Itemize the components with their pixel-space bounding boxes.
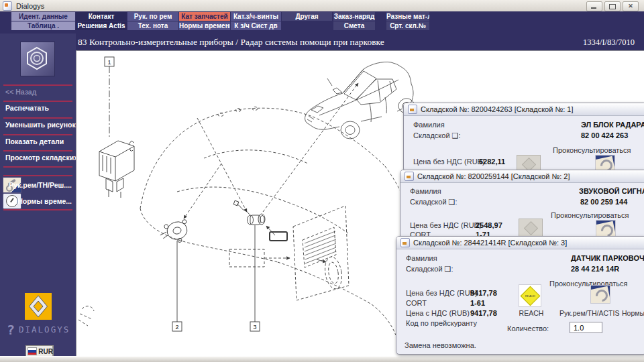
ecu-module-part[interactable] [99,141,134,198]
dialog-icon [400,238,410,247]
tab-parts-catalog[interactable]: Кат запчастей [179,12,230,21]
svg-text:3: 3 [253,324,256,330]
stock-number: 82 00 259 144 [580,198,627,206]
tab-avg-stock-no[interactable]: Срт. скл.№ [386,21,429,30]
nut-icon[interactable] [20,42,55,76]
sidebar-item-shrink-image[interactable]: Уменьшить рисунок [5,121,76,129]
time-standards-caption: Нормы времени [622,309,644,317]
cort-value: 1-61 [470,299,485,307]
dialogys-window: { "window": { "title": "Dialogys" }, "co… [0,0,644,362]
divider [3,134,72,135]
quantity-label: Количество: [507,324,549,333]
dialog-2-titlebar[interactable]: Складской №: 8200259144 [Складской №: 2] [400,170,644,183]
sidebar-times-label: Нормы време... [17,197,72,205]
question-mark-icon: ? [7,322,15,338]
sidebar-item-show-details[interactable]: Показать детали [5,137,64,145]
buzzer-part[interactable]: 2 [158,219,192,331]
reach-glyph-text: RE ACH [525,294,535,297]
tab-engine-parts[interactable]: К з/ч Сист дв [231,21,281,30]
page-title: 83 Контрольно-измерительные приборы / Ра… [78,37,384,48]
sidebar-item-back[interactable]: << Назад [5,88,36,96]
close-button[interactable]: ✕ [623,1,639,11]
price-value: 9417,78 [470,289,497,297]
tab-actis[interactable]: Решения Actis [76,21,127,30]
tab-ident-data[interactable]: Идент. данные [11,12,75,21]
name-label: Фамилия [413,121,445,129]
sidebar-item-time-standards[interactable]: Нормы време... [2,193,74,208]
callout-1[interactable]: 1 [105,57,114,138]
dialogys-wordmark: DIALOGYS [19,324,70,335]
tab-misc-materials[interactable]: Разные мат-лы [386,12,429,21]
part-name: ЗВУКОВОЙ СИГНАЛ ПА [579,187,644,195]
reach-icon[interactable]: RE ACH [519,285,541,306]
renault-logo [25,293,52,320]
parking-sensor-part[interactable]: 3 [233,200,265,331]
price-value: 6282,11 [479,158,505,166]
flag-ru-icon [28,347,37,355]
dialog-1-titlebar[interactable]: Складской №: 8200424263 [Складской №: 1] [404,103,644,116]
divider [3,84,72,86]
tab-parts-screws[interactable]: Кат.з/ч-винты [231,12,281,21]
price-value: 2548,97 [476,221,502,229]
tab-other[interactable]: Другая [282,12,332,21]
svg-text:2: 2 [175,324,178,330]
manual-caption: Рук.рем/TH/ACTIS [559,309,619,317]
stock-label: Складской ❑: [406,265,453,274]
part-dialog-2: Складской №: 8200259144 [Складской №: 2]… [400,170,644,239]
consult-label: Проконсультироваться [551,211,629,219]
app-icon [3,1,12,11]
dialog-3-title: Складской №: 284421414R [Складской №: 3] [413,239,567,247]
minimize-button[interactable] [586,1,602,11]
svg-text:1: 1 [107,59,111,66]
tab-contact[interactable]: Контакт [76,12,127,21]
stock-label: Складской ❑: [413,131,461,140]
tab-table[interactable]: Таблица . [11,21,75,30]
dialog-icon [408,105,417,114]
consult-label: Проконсультироваться [549,280,628,288]
tab-tech-note[interactable]: Тех. нота [127,21,178,30]
window-title: Dialogys [16,2,44,10]
maximize-button[interactable] [604,1,621,11]
tab-repair-manual[interactable]: Рук. по рем [127,12,178,21]
dialog-1-title: Складской №: 8200424263 [Складской №: 1] [421,105,573,113]
sidebar-item-print[interactable]: Распечатать [5,104,49,112]
part-name: ДАТЧИК ПАРКОВОЧНЫЙ [571,254,644,262]
bracket-part[interactable] [270,232,287,241]
divider [3,209,72,210]
window-bottom-edge [0,356,644,362]
main-menu: Идент. данные Контакт Рук. по рем Кат за… [0,11,644,34]
quantity-input[interactable] [570,322,602,333]
price-label: Цена без НДС (RUB) [406,289,478,297]
window-titlebar: Dialogys ✕ [0,0,644,12]
dialogys-logo: ? DIALOGYS [7,322,74,337]
price-label: Цена без НДС (RUB) [410,221,482,229]
currency-label: RUR [38,348,53,355]
stock-number: 82 00 424 263 [581,131,628,139]
reach-button-disabled [519,219,543,238]
divider [3,117,72,119]
divider [3,101,72,102]
ghost-box [229,249,264,267]
cort-label: CORT [406,299,427,307]
dialog-3-titlebar[interactable]: Складской №: 284421414R [Складской №: 3] [396,237,644,249]
replacement-note: Замена невозможна. [405,341,476,349]
dialog-2-title: Складской №: 8200259144 [Складской №: 2] [417,172,570,180]
hexagon-nut-glyph [21,42,53,74]
figure-code: 1334/I/83/7010 [583,38,635,48]
price-code-label: Код по прейскуранту [406,319,477,327]
section-header: 83 Контрольно-измерительные приборы / Ра… [76,34,644,50]
reach-caption: REACH [518,309,545,317]
tab-work-order[interactable]: Заказ-наряд [333,12,375,21]
tab-time-standards[interactable]: Нормы времени [179,21,230,30]
consult-manual-icon[interactable] [591,286,610,303]
tab-estimate[interactable]: Смета [333,21,375,30]
divider [3,175,72,176]
part-dialog-1: Складской №: 8200424263 [Складской №: 1]… [403,103,644,172]
sidebar-item-manuals[interactable]: Рук.рем/ТН/Реш.... [2,177,74,192]
name-label: Фамилия [406,254,437,262]
stock-number: 28 44 214 14R [571,265,619,273]
fascia-panel [293,206,349,300]
part-dialog-3: Складской №: 284421414R [Складской №: 3]… [396,236,644,355]
dialog-icon [405,172,414,181]
consult-label: Проконсультироваться [553,146,631,154]
